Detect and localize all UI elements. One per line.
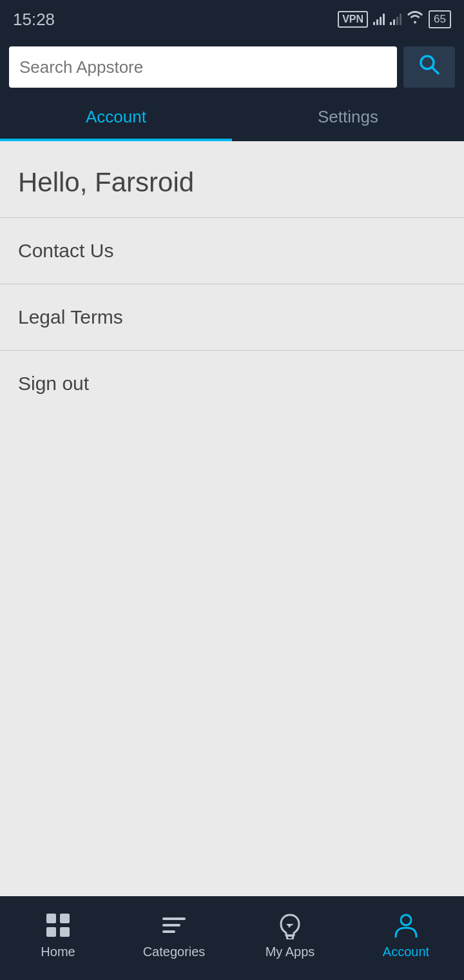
tab-settings[interactable]: Settings [232, 95, 464, 141]
signal-bars-2 [390, 14, 401, 25]
svg-rect-8 [162, 930, 175, 933]
nav-label-account: Account [383, 945, 429, 959]
search-bar [0, 39, 464, 95]
greeting-text: Hello, Farsroid [0, 141, 464, 217]
nav-item-categories[interactable]: Categories [142, 911, 206, 959]
search-input-wrapper[interactable] [9, 46, 397, 88]
svg-rect-2 [46, 914, 56, 923]
home-icon [44, 911, 72, 939]
search-icon [416, 52, 442, 83]
svg-line-1 [432, 67, 439, 74]
categories-icon [160, 911, 188, 939]
my-apps-icon [276, 911, 304, 939]
account-icon [392, 911, 420, 939]
search-button[interactable] [403, 46, 455, 88]
tab-account[interactable]: Account [0, 95, 232, 141]
svg-rect-5 [60, 927, 70, 937]
menu-item-legal-terms[interactable]: Legal Terms [0, 284, 464, 350]
tab-bar: Account Settings [0, 95, 464, 141]
status-icons: VPN 65 [338, 10, 451, 28]
wifi-icon [407, 11, 423, 28]
svg-rect-7 [162, 924, 180, 926]
status-bar: 15:28 VPN 65 [0, 0, 464, 39]
main-content: Hello, Farsroid Contact Us Legal Terms S… [0, 141, 464, 896]
menu-item-sign-out[interactable]: Sign out [0, 351, 464, 416]
nav-item-my-apps[interactable]: My Apps [258, 911, 322, 959]
nav-label-my-apps: My Apps [266, 945, 315, 959]
nav-label-categories: Categories [143, 945, 206, 959]
nav-label-home: Home [41, 945, 75, 959]
search-input[interactable] [19, 57, 387, 77]
status-time: 15:28 [13, 10, 55, 30]
vpn-badge: VPN [338, 11, 368, 28]
nav-item-home[interactable]: Home [26, 911, 90, 959]
signal-bars-1 [373, 14, 385, 25]
menu-item-contact-us[interactable]: Contact Us [0, 218, 464, 284]
battery: 65 [429, 10, 451, 28]
svg-point-9 [401, 915, 411, 925]
bottom-nav: Home Categories My Apps Account [0, 896, 464, 980]
svg-rect-4 [46, 927, 56, 937]
svg-rect-6 [162, 917, 186, 920]
svg-rect-3 [60, 914, 70, 923]
nav-item-account[interactable]: Account [374, 911, 438, 959]
